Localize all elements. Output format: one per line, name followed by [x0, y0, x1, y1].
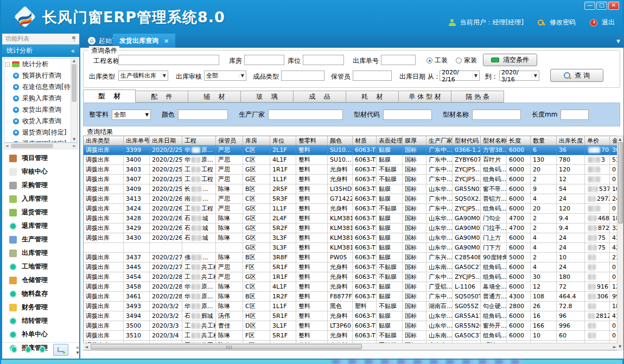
- grid-col-0[interactable]: 出库类型: [84, 136, 124, 145]
- collapse-icon[interactable]: «: [71, 47, 75, 55]
- grid-row-1[interactable]: 调拨出库34002020/2/25华原...严思C区4L1F整料SU10...6…: [84, 155, 617, 165]
- date-to-select[interactable]: 2020/ 3/16▼: [499, 71, 539, 81]
- tree-item-2[interactable]: 采购入库查询: [4, 93, 71, 104]
- grid-col-10[interactable]: 表面处理: [377, 136, 403, 145]
- date-from-select[interactable]: 2020/ 2/16▼: [440, 71, 480, 81]
- grid-row-4[interactable]: 调拨出库34092020/2/25长...陈琳B区2R5F整料LI35HD606…: [84, 184, 617, 194]
- change-password-link[interactable]: 修改密码: [550, 18, 576, 27]
- grid-col-15[interactable]: 长度: [507, 136, 531, 145]
- tree-hscrollbar[interactable]: ◄►: [4, 143, 78, 149]
- material-tab-5[interactable]: 耗 材: [346, 91, 399, 103]
- order-no-input[interactable]: [381, 55, 416, 65]
- grid-row-2[interactable]: 调拨出库34032020/2/25工工程严思G区1R1F整料光身料6063-T5…: [84, 165, 617, 175]
- grid-col-12[interactable]: 生产厂家: [426, 136, 453, 145]
- grid-col-17[interactable]: 出库长度: [557, 136, 585, 145]
- color-input[interactable]: [178, 110, 228, 120]
- search-button[interactable]: 查 询: [550, 69, 603, 82]
- grid-col-18[interactable]: 单价: [585, 136, 610, 145]
- material-tab-6[interactable]: 单 体 型 材: [399, 91, 451, 103]
- grid-vscrollbar[interactable]: ▲▼: [617, 136, 623, 350]
- grid-row-0[interactable]: 调拨出库33992020/2/25华原...严思C区2L1F整料SU10...6…: [84, 145, 617, 155]
- toolbar-overflow-chevron[interactable]: »▾: [76, 345, 79, 355]
- grid-row-10[interactable]: G区3L3F整料KLM38176063-T5贴膜国标山东华...GA90M09.…: [84, 243, 617, 253]
- grid-row-16[interactable]: 调拨出库34932020/3/2华原...陈琳C区1L1F整料黑色塑料不贴膜国标…: [84, 302, 617, 311]
- location-input[interactable]: [303, 55, 344, 65]
- tab-outbound-query[interactable]: 发货出库查询 ×: [113, 34, 175, 48]
- material-tab-0[interactable]: 型 材: [83, 90, 136, 103]
- grid-col-7[interactable]: 整零料: [296, 136, 328, 145]
- material-tab-1[interactable]: 配 件: [136, 91, 188, 103]
- grid-col-5[interactable]: 库房: [243, 136, 270, 145]
- logout-link[interactable]: 退出: [602, 18, 615, 27]
- sidebar-item-6[interactable]: 生产管理: [2, 233, 79, 246]
- code-input[interactable]: [383, 110, 432, 120]
- sidebar-item-0[interactable]: 项目管理: [2, 151, 79, 165]
- grid-col-6[interactable]: 库位: [270, 136, 296, 145]
- grid-col-9[interactable]: 材质: [353, 136, 377, 145]
- sidebar-item-7[interactable]: 出库管理: [2, 246, 79, 260]
- sidebar-item-11[interactable]: 财务管理: [2, 301, 79, 314]
- length-input[interactable]: [561, 110, 589, 120]
- tree-item-5[interactable]: 退货查询[待定]: [4, 127, 71, 138]
- grid-col-13[interactable]: 型材代码: [453, 136, 481, 145]
- toolbar-circle-icon[interactable]: [39, 346, 46, 353]
- tree-item-0[interactable]: 预算执行查询: [4, 70, 71, 81]
- sidebar-item-9[interactable]: 仓储管理: [2, 273, 79, 287]
- grid-col-2[interactable]: 出库日期: [150, 136, 182, 145]
- whole-select[interactable]: 全部▼: [112, 110, 151, 120]
- grid-col-16[interactable]: 数量: [531, 136, 557, 145]
- toolbar-circle-icon[interactable]: [25, 346, 31, 353]
- tabbar-caret-icon[interactable]: ▼: [616, 39, 620, 44]
- sidebar-item-5[interactable]: 退库管理: [2, 219, 79, 233]
- grid-row-12[interactable]: 调拨出库34452020/2/27工共工程严思F区5R1F整料光身料6063-T…: [84, 263, 617, 272]
- name-input[interactable]: [472, 110, 521, 120]
- maker-input[interactable]: [268, 110, 343, 120]
- grid-col-4[interactable]: 保管员: [216, 136, 243, 145]
- grid-col-1[interactable]: 出库单号: [124, 136, 150, 145]
- grid-row-18[interactable]: 调拨出库35002020/3/3工共工程曹佳D区3L1F整料LT3P606063…: [84, 321, 617, 331]
- project-name-input[interactable]: [118, 55, 219, 65]
- grid-col-11[interactable]: 膜厚: [403, 136, 426, 145]
- grid-row-6[interactable]: 调拨出库34242020/2/26工工程严思G区1L1F整料光身料6063-T5…: [84, 204, 617, 214]
- minimize-button[interactable]: —: [584, 2, 595, 10]
- grid-col-14[interactable]: 型材名称: [481, 136, 507, 145]
- material-tab-3[interactable]: 玻 璃: [241, 91, 294, 103]
- grid-col-3[interactable]: 工程: [182, 136, 216, 145]
- sidebar-item-10[interactable]: 物料盘存: [2, 287, 79, 301]
- grid-row-7[interactable]: 调拨出库34282020/2/26石城陈琳G区2L4F整料KLM38176063…: [84, 214, 617, 223]
- grid-row-3[interactable]: 调拨出库34072020/2/25工工程严思G区1L1F整料光身料6063-T5…: [84, 175, 617, 184]
- tree-expand-icon[interactable]: -: [5, 62, 10, 67]
- grid-row-8[interactable]: 调拨出库34292020/2/26石城陈琳G区5R2F整料KLM38176063…: [84, 223, 617, 233]
- tab-close-icon[interactable]: ×: [164, 37, 169, 44]
- section-header-stat-analysis[interactable]: 统计分析 «: [2, 44, 79, 57]
- grid-row-17[interactable]: 调拨出库34942020/3/2石辉城汤伟H区5R1F整料光身料6063-T5贴…: [84, 311, 617, 321]
- grid-row-14[interactable]: 调拨出库34582020/2/28华原...陈琳C区4L1F整料光身料6063-…: [84, 282, 617, 292]
- tree-item-6[interactable]: 退库管理[待定]: [4, 138, 71, 143]
- toolbar-circle-icon[interactable]: [11, 346, 17, 353]
- grid-row-13[interactable]: 调拨出库34542020/2/28工共工程严思G区1R1F整料光身料6063-T…: [84, 272, 617, 282]
- tree-item-3[interactable]: 发货出库查询: [4, 104, 71, 116]
- sidebar-item-1[interactable]: 审核中心: [2, 165, 79, 178]
- grid-col-8[interactable]: 颜色: [328, 136, 353, 145]
- pin-icon[interactable]: [72, 36, 76, 42]
- grid-hscrollbar[interactable]: ◄►: [83, 343, 618, 350]
- grid-row-9[interactable]: 调拨出库34302020/2/26石城陈琳G区3L3F整料KLM38176063…: [84, 233, 617, 243]
- clear-button[interactable]: 清空条件: [483, 54, 537, 66]
- grid-row-15[interactable]: 调拨出库34612020/2/28华原...陈琳B区1R2F整料F8877FT6…: [84, 292, 617, 302]
- material-tab-7[interactable]: 隔 热 条: [451, 91, 504, 103]
- sidebar-item-13[interactable]: 补单中心: [2, 328, 79, 341]
- radio-home[interactable]: 家装: [456, 56, 477, 65]
- grid-row-19[interactable]: 调拨出库35102020/3/4工共工程陈琳F区5R1F整料光身料6063-T5…: [84, 331, 617, 341]
- sidebar-item-4[interactable]: 退货管理: [2, 206, 79, 219]
- tree-vscrollbar[interactable]: ▲▼: [71, 59, 77, 142]
- material-tab-2[interactable]: 辅 材: [188, 91, 241, 103]
- warehouse-input[interactable]: [244, 55, 284, 65]
- sidebar-item-3[interactable]: 入库管理: [2, 192, 79, 206]
- sidebar-item-12[interactable]: 结转管理: [2, 314, 79, 328]
- grid-row-5[interactable]: 调拨出库34132020/2/26南...严思C区5R3F整料G71422606…: [84, 194, 617, 204]
- tree-item-4[interactable]: 收货入库查询: [4, 116, 71, 127]
- close-button[interactable]: ✕: [608, 2, 619, 10]
- audit-select[interactable]: 全部▼: [204, 71, 246, 81]
- outbound-type-select[interactable]: 生产领料出库▼: [118, 71, 168, 81]
- tree-root[interactable]: -统计分析: [4, 59, 71, 70]
